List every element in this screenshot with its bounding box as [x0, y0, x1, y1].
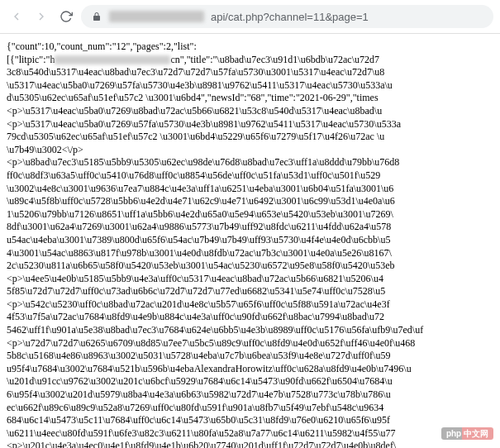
json-line: \u89c4\u5f8b\uff0c\u5728\u5bb6\u4e2d\u4e…: [7, 195, 493, 208]
json-line: 4\u3001\u54ac\u8863\u817f\u978b\u3001\u4…: [7, 247, 493, 260]
json-line: <p>\u542c\u5230\uff0c\u8bad\u72ac\u201d\…: [7, 298, 493, 312]
json-line: cn","title":"\u8bad\u7ec3\u91d1\u6bdb\u7…: [170, 54, 379, 65]
json-line: 684\u6c14\u5473\u5c11\u7684\uff0c\u6c14\…: [7, 414, 493, 427]
json-line: \u5317\u4eac\u5ba0\u7269\u57fa\u5730\u4e…: [7, 79, 493, 93]
json-line: ec\u662f\u89c6\u89c9\u52a8\u7269\uff0c\u…: [7, 402, 493, 415]
json-line: <p>\u201c\u4e3a\u4ec0\u4e1f\u8fd9\u4e1b\…: [7, 440, 493, 448]
json-line: <p>\u5317\u4eac\u5ba0\u7269\u57fa\u5730\…: [7, 118, 493, 131]
json-line: 2c\u5230\u811a\u6b65\u58f0\u5420\u53eb\u…: [7, 260, 493, 273]
watermark-text: php 中文网: [441, 427, 493, 440]
back-button[interactable]: [7, 7, 26, 26]
json-line: d\u5305\u62ec\u65af\u51ef\u57c2 \u3001\u…: [7, 92, 493, 105]
json-line: \u7b49\u3002<\/p>: [7, 144, 493, 157]
json-line: 5f85\u72d7\u72d7\uff0c\u73ad\u6b6c\u72d7…: [7, 285, 493, 298]
json-line: <p>\u5317\u4eac\u5ba0\u7269\u8bad\u72ac\…: [7, 105, 493, 118]
json-line: 1\u5206\u79bb\u7126\u8651\uff1a\u5bb6\u4…: [7, 208, 493, 222]
lock-icon: [91, 11, 102, 22]
json-prefix: {"count":10,"count_num":"12","pages":2,"…: [7, 41, 197, 52]
json-line: <p>\u8bad\u7ec3\u5185\u5bb9\u5305\u62ec\…: [7, 156, 493, 169]
json-line: 4f53\u7f5a\u72ac\u7684\u8fd9\u4e9b\u884c…: [7, 311, 493, 324]
json-line: 5462\uff1f\u901a\u5e38\u8bad\u7ec3\u7684…: [7, 324, 493, 337]
forward-button[interactable]: [31, 7, 51, 26]
json-line: u95f4\u7684\u3002\u7684\u521b\u596b\u4eb…: [7, 363, 493, 376]
json-line: <p>\u72d7\u72d7\u6265\u6709\u8d85\u7ee7\…: [7, 337, 493, 350]
response-body: {"count":10,"count_num":"12","pages":2,"…: [0, 34, 500, 448]
url-bar[interactable]: api/cat.php?channel=11&page=1: [81, 5, 493, 28]
json-line: 8df\u3001\u62a4\u7269\u3001\u62a4\u9886\…: [7, 221, 493, 234]
json-line: u54ac\u4eba\u3001\u7389\u800d\u65f6\u54a…: [7, 234, 493, 247]
json-line: 6\u95f4\u3002\u201d\u5979\u8ba4\u4e3a\u6…: [7, 388, 493, 402]
json-line: [{"litpic":"h: [7, 54, 55, 65]
json-line: \u6211\u4eec\u80fd\u591f\u6fe3\u82c3\u62…: [7, 427, 493, 441]
blurred-url: [55, 55, 170, 64]
json-line: \u3002\u4e8c\u3001\u9636\u7ea7\u884c\u4e…: [7, 183, 493, 196]
url-host-blurred: [109, 11, 204, 22]
json-line: ff0c\u8df3\u63a5\uff0c\u5410\u76d8\uff0c…: [7, 169, 493, 183]
watermark: php 中文网: [441, 425, 493, 440]
json-line: \u201d\u91cc\u9762\u3002\u201c\u6bcf\u59…: [7, 375, 493, 388]
json-line: 5b8c\u5168\u4e86\u8963\u3002\u5031\u5728…: [7, 350, 493, 363]
url-path: api/cat.php?channel=11&page=1: [211, 11, 369, 23]
reload-button[interactable]: [56, 7, 76, 26]
json-line: 79cd\u5305\u62ec\u65af\u51ef\u57c2 \u300…: [7, 131, 493, 144]
json-line: <p>\u4ee5\u4e0b\u5185\u5bb9\u4e3a\uff0c\…: [7, 273, 493, 286]
browser-toolbar: api/cat.php?channel=11&page=1: [0, 0, 500, 34]
json-line: 3c8\u540d\u5317\u4eac\u8bad\u7ec3\u72d7\…: [7, 66, 493, 79]
